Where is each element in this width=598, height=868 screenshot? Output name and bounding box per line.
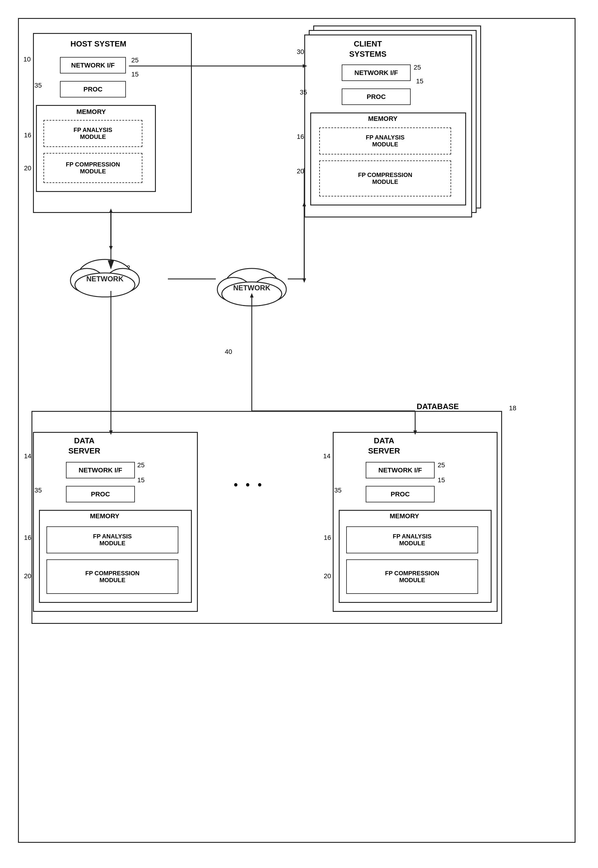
host-memory-title: MEMORY [76, 108, 106, 116]
ds-left-network-if: NETWORK I/F [66, 462, 135, 478]
ref-35-host: 35 [34, 82, 42, 89]
ref-18: 18 [509, 404, 516, 412]
host-proc: PROC [60, 81, 126, 97]
ds-left-memory-title: MEMORY [90, 512, 119, 520]
client-proc: PROC [342, 88, 411, 105]
ref-12: 12 [123, 264, 130, 272]
ref-35-ds-right: 35 [334, 486, 341, 494]
host-fp-compression: FP COMPRESSIONMODULE [43, 153, 142, 183]
ref-25-ds-left: 25 [137, 461, 145, 469]
ref-15-ds-right: 15 [438, 476, 445, 484]
ellipsis: • • • [234, 478, 264, 491]
ref-14-right: 14 [323, 452, 330, 460]
ref-20-ds-right: 20 [324, 572, 331, 580]
client-fp-analysis: FP ANALYSISMODULE [319, 127, 451, 154]
ds-right-memory-title: MEMORY [390, 512, 419, 520]
ref-40: 40 [225, 348, 232, 356]
ref-25-host: 25 [131, 56, 139, 64]
ref-30: 30 [297, 48, 304, 56]
ref-16-host: 16 [24, 131, 31, 139]
ds-right-fp-analysis: FP ANALYSISMODULE [346, 526, 478, 553]
ref-14-left: 14 [24, 452, 31, 460]
client-memory-title: MEMORY [368, 115, 398, 123]
ref-20-ds-left: 20 [24, 572, 31, 580]
ref-25-client: 25 [414, 64, 421, 71]
ref-20-client: 20 [297, 167, 304, 175]
ds-left-fp-analysis: FP ANALYSISMODULE [46, 526, 178, 553]
ref-35-client: 35 [300, 88, 307, 96]
ref-16-ds-right: 16 [324, 534, 331, 542]
ref-20-host: 20 [24, 164, 31, 172]
host-network-if: NETWORK I/F [60, 57, 126, 73]
client-system-title: CLIENTSYSTEMS [349, 39, 386, 59]
ref-35-ds-left: 35 [34, 486, 42, 494]
ds-left-fp-compression: FP COMPRESSIONMODULE [46, 559, 178, 594]
host-fp-analysis: FP ANALYSISMODULE [43, 120, 142, 147]
ref-16-ds-left: 16 [24, 534, 31, 542]
ref-25-ds-right: 25 [438, 461, 445, 469]
data-server-right-title: DATASERVER [368, 436, 400, 456]
diagram-container: HOST SYSTEM NETWORK I/F PROC MEMORY FP A… [18, 18, 579, 846]
ds-right-proc: PROC [366, 486, 435, 502]
ref-15-client: 15 [416, 77, 423, 85]
ds-right-fp-compression: FP COMPRESSIONMODULE [346, 559, 478, 594]
client-fp-compression: FP COMPRESSIONMODULE [319, 160, 451, 196]
ref-15-ds-left: 15 [137, 476, 145, 484]
ref-10: 10 [23, 55, 31, 63]
ref-15-host: 15 [131, 70, 139, 78]
ds-left-proc: PROC [66, 486, 135, 502]
ds-right-network-if: NETWORK I/F [366, 462, 435, 478]
client-network-if: NETWORK I/F [342, 64, 411, 81]
ref-16-client: 16 [297, 133, 304, 141]
host-system-title: HOST SYSTEM [70, 39, 126, 49]
data-server-left-title: DATASERVER [68, 436, 100, 456]
database-label: DATABASE [417, 402, 459, 411]
